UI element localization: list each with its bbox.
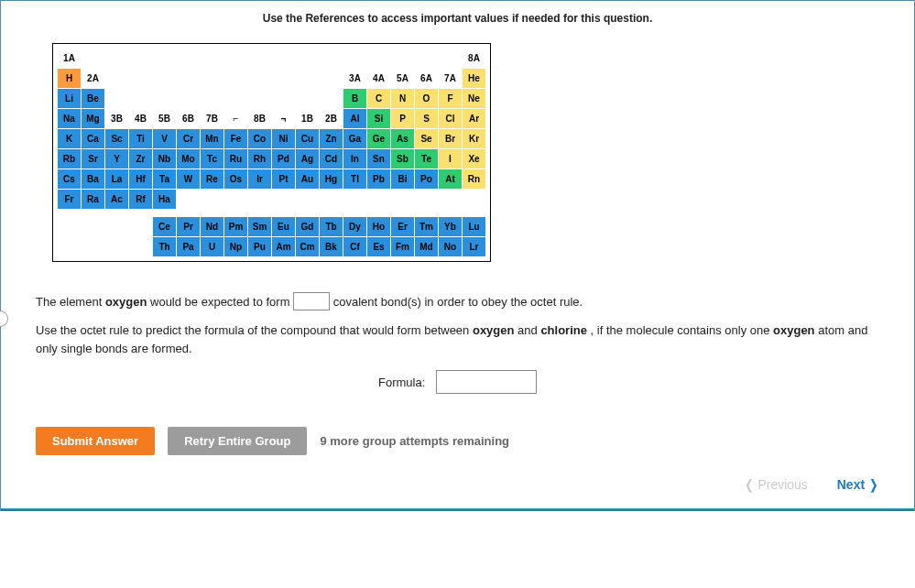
element-Bk[interactable]: Bk [320, 237, 343, 257]
element-Ho[interactable]: Ho [367, 217, 391, 237]
element-Cf[interactable]: Cf [343, 237, 367, 257]
element-Ce[interactable]: Ce [153, 217, 177, 237]
element-Ar[interactable]: Ar [463, 109, 486, 129]
element-C[interactable]: C [367, 89, 391, 109]
element-Gd[interactable]: Gd [296, 217, 320, 237]
element-Pd[interactable]: Pd [272, 149, 296, 169]
element-Nb[interactable]: Nb [153, 149, 177, 169]
element-Cu[interactable]: Cu [296, 129, 320, 149]
element-Cl[interactable]: Cl [439, 109, 463, 129]
element-Tm[interactable]: Tm [415, 217, 439, 237]
side-handle[interactable] [0, 310, 8, 327]
element-Ge[interactable]: Ge [367, 129, 391, 149]
element-He[interactable]: He [463, 69, 486, 89]
element-Cs[interactable]: Cs [58, 169, 82, 190]
element-Mn[interactable]: Mn [201, 129, 224, 149]
element-Ne[interactable]: Ne [463, 89, 486, 109]
element-Na[interactable]: Na [58, 109, 82, 129]
element-Kr[interactable]: Kr [463, 129, 486, 149]
element-Md[interactable]: Md [415, 237, 439, 257]
retry-button[interactable]: Retry Entire Group [168, 427, 307, 455]
element-Te[interactable]: Te [415, 149, 439, 169]
previous-button[interactable]: ❬ Previous [744, 477, 808, 492]
element-Ni[interactable]: Ni [272, 129, 296, 149]
element-Es[interactable]: Es [367, 237, 391, 257]
element-Ha[interactable]: Ha [153, 190, 177, 210]
element-In[interactable]: In [343, 149, 367, 169]
element-Th[interactable]: Th [153, 237, 177, 257]
element-Ta[interactable]: Ta [153, 169, 177, 190]
element-Ti[interactable]: Ti [129, 129, 153, 149]
element-Re[interactable]: Re [201, 169, 224, 190]
element-Co[interactable]: Co [248, 129, 272, 149]
element-No[interactable]: No [439, 237, 463, 257]
element-Si[interactable]: Si [367, 109, 391, 129]
element-I[interactable]: I [439, 149, 463, 169]
element-Mo[interactable]: Mo [177, 149, 201, 169]
element-O[interactable]: O [415, 89, 439, 109]
element-W[interactable]: W [177, 169, 201, 190]
element-V[interactable]: V [153, 129, 177, 149]
element-Y[interactable]: Y [105, 149, 129, 169]
element-Cr[interactable]: Cr [177, 129, 201, 149]
element-Bi[interactable]: Bi [391, 169, 415, 190]
element-S[interactable]: S [415, 109, 439, 129]
element-Fm[interactable]: Fm [391, 237, 415, 257]
element-Fr[interactable]: Fr [58, 190, 82, 210]
element-Be[interactable]: Be [82, 89, 105, 109]
element-Hg[interactable]: Hg [320, 169, 343, 190]
element-Np[interactable]: Np [224, 237, 248, 257]
element-Rb[interactable]: Rb [58, 149, 82, 169]
element-Eu[interactable]: Eu [272, 217, 296, 237]
element-Sb[interactable]: Sb [391, 149, 415, 169]
bond-count-input[interactable] [293, 292, 330, 310]
element-Sm[interactable]: Sm [248, 217, 272, 237]
element-Hf[interactable]: Hf [129, 169, 153, 190]
element-Nd[interactable]: Nd [201, 217, 224, 237]
element-P[interactable]: P [391, 109, 415, 129]
element-La[interactable]: La [105, 169, 129, 190]
element-Pr[interactable]: Pr [177, 217, 201, 237]
element-Ag[interactable]: Ag [296, 149, 320, 169]
element-Ra[interactable]: Ra [82, 190, 105, 210]
element-As[interactable]: As [391, 129, 415, 149]
element-Fe[interactable]: Fe [224, 129, 248, 149]
element-Sc[interactable]: Sc [105, 129, 129, 149]
element-Xe[interactable]: Xe [463, 149, 486, 169]
element-Se[interactable]: Se [415, 129, 439, 149]
element-K[interactable]: K [58, 129, 82, 149]
element-Pt[interactable]: Pt [272, 169, 296, 190]
element-Er[interactable]: Er [391, 217, 415, 237]
element-Ac[interactable]: Ac [105, 190, 129, 210]
element-Pu[interactable]: Pu [248, 237, 272, 257]
element-Zr[interactable]: Zr [129, 149, 153, 169]
element-Rh[interactable]: Rh [248, 149, 272, 169]
element-Rn[interactable]: Rn [463, 169, 486, 190]
element-Pb[interactable]: Pb [367, 169, 391, 190]
element-Br[interactable]: Br [439, 129, 463, 149]
element-Po[interactable]: Po [415, 169, 439, 190]
submit-button[interactable]: Submit Answer [36, 427, 155, 455]
element-Tl[interactable]: Tl [343, 169, 367, 190]
element-B[interactable]: B [343, 89, 367, 109]
element-Ru[interactable]: Ru [224, 149, 248, 169]
element-Al[interactable]: Al [343, 109, 367, 129]
element-Au[interactable]: Au [296, 169, 320, 190]
element-N[interactable]: N [391, 89, 415, 109]
element-Am[interactable]: Am [272, 237, 296, 257]
element-Sr[interactable]: Sr [82, 149, 105, 169]
element-Tc[interactable]: Tc [201, 149, 224, 169]
element-Ga[interactable]: Ga [343, 129, 367, 149]
element-Cm[interactable]: Cm [296, 237, 320, 257]
element-H[interactable]: H [58, 69, 82, 89]
element-Lu[interactable]: Lu [463, 217, 486, 237]
element-Tb[interactable]: Tb [320, 217, 343, 237]
element-Dy[interactable]: Dy [343, 217, 367, 237]
next-button[interactable]: Next ❭ [837, 477, 879, 492]
element-U[interactable]: U [201, 237, 224, 257]
element-Pm[interactable]: Pm [224, 217, 248, 237]
element-Ir[interactable]: Ir [248, 169, 272, 190]
element-Zn[interactable]: Zn [320, 129, 343, 149]
element-Lr[interactable]: Lr [463, 237, 486, 257]
element-F[interactable]: F [439, 89, 463, 109]
